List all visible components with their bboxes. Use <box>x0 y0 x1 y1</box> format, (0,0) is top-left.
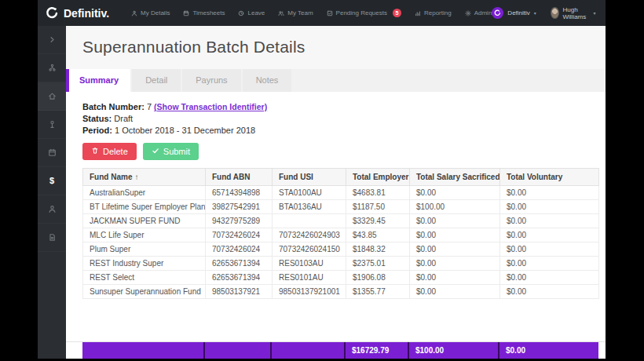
column-header-fund-name[interactable]: Fund Name↑ <box>83 169 206 186</box>
table-cell: 70732426024 <box>206 228 273 242</box>
tab-detail[interactable]: Detail <box>132 69 182 92</box>
status-line: Status: Draft <box>82 113 589 124</box>
sidebar-item-dollar[interactable]: $ <box>38 167 66 195</box>
sidebar-item-calendar[interactable] <box>38 139 66 167</box>
dollar-icon: $ <box>49 177 54 185</box>
delete-button[interactable]: Delete <box>82 143 137 160</box>
top-nav: Definitiv. My DetailsTimesheetsLeaveMy T… <box>38 0 606 26</box>
definitiv-org-icon <box>492 7 503 19</box>
totals-row: $16729.79$100.00$0.00 <box>82 342 598 359</box>
tab-notes[interactable]: Notes <box>243 69 294 92</box>
nav-item-label: Leave <box>247 9 265 16</box>
column-header-total-voluntary[interactable]: Total Voluntary <box>500 169 599 186</box>
table-cell: 98503137921001 <box>273 285 346 299</box>
person-pin-icon <box>48 120 57 129</box>
sidebar-item-person[interactable] <box>38 195 66 224</box>
calendar-icon <box>48 148 57 157</box>
table-row[interactable]: Plum Super7073242602470732426024150$1848… <box>83 242 599 257</box>
table-cell: RES0101AU <box>273 271 346 285</box>
nav-item-admin[interactable]: Admin <box>465 9 492 16</box>
table-cell: $0.00 <box>410 228 500 242</box>
batch-number-value: 7 <box>147 102 152 111</box>
nav-item-leave[interactable]: Leave <box>238 9 265 16</box>
sidebar-item-hierarchy[interactable] <box>38 54 66 82</box>
hierarchy-icon <box>48 64 57 72</box>
show-transaction-identifier-link[interactable]: (Show Transaction Identifier) <box>154 102 267 111</box>
sidebar-item-person-pin[interactable] <box>38 111 66 139</box>
page-title: Superannuation Batch Details <box>82 38 606 57</box>
column-header-fund-usi[interactable]: Fund USI <box>273 169 346 186</box>
table-cell: JACKMAN SUPER FUND <box>83 214 206 228</box>
table-cell: $0.00 <box>500 285 599 299</box>
table-cell: 70732426024903 <box>273 228 346 242</box>
sidebar-item-home[interactable] <box>38 82 66 111</box>
chevron-down-icon: ▾ <box>534 10 536 16</box>
chevron-down-icon: ▾ <box>594 10 596 16</box>
org-label: Definitiv <box>507 9 529 16</box>
table-cell: $4683.81 <box>346 186 410 200</box>
totals-cell: $0.00 <box>499 342 598 359</box>
table-cell: AustralianSuper <box>83 186 206 200</box>
check-square-icon <box>327 10 333 16</box>
table-cell: $0.00 <box>500 242 599 257</box>
table-row[interactable]: BT Lifetime Super Employer Plan398275429… <box>83 200 599 214</box>
totals-cell <box>82 342 205 359</box>
submit-label: Submit <box>163 147 190 156</box>
table-cell: 39827542991 <box>206 200 273 214</box>
table-cell: 62653671394 <box>206 257 273 271</box>
sidebar-item-document[interactable] <box>38 224 66 252</box>
table-cell: 70732426024 <box>206 242 273 257</box>
table-cell: 98503137921 <box>206 285 273 299</box>
nav-item-label: Pending Requests <box>336 9 387 16</box>
table-cell: RES0103AU <box>273 257 346 271</box>
tab-payruns[interactable]: Payruns <box>182 69 242 92</box>
table-cell: Plum Super <box>83 242 206 257</box>
nav-item-my-team[interactable]: My Team <box>278 9 313 16</box>
table-cell: $0.00 <box>500 271 599 285</box>
table-cell: BTA0136AU <box>273 200 346 214</box>
document-icon <box>48 233 57 242</box>
tab-summary[interactable]: Summary <box>66 69 132 92</box>
table-cell: $1355.77 <box>346 285 410 299</box>
check-icon <box>152 147 159 156</box>
nav-item-pending-requests[interactable]: Pending Requests5 <box>327 9 401 17</box>
submit-button[interactable]: Submit <box>143 143 199 160</box>
nav-item-my-details[interactable]: My Details <box>131 9 170 16</box>
nav-item-timesheets[interactable]: Timesheets <box>183 9 225 16</box>
brand[interactable]: Definitiv. <box>46 6 109 20</box>
main-area: Superannuation Batch Details SummaryDeta… <box>66 26 606 359</box>
nav-item-label: Admin <box>474 9 492 16</box>
nav-item-reporting[interactable]: Reporting <box>415 9 452 16</box>
totals-cell <box>272 342 346 359</box>
table-row[interactable]: AustralianSuper65714394898STA0100AU$4683… <box>83 186 599 200</box>
sidebar-item-chevron-right[interactable] <box>38 26 66 54</box>
column-header-fund-abn[interactable]: Fund ABN <box>206 169 273 186</box>
table-cell: $0.00 <box>410 257 500 271</box>
table-cell: $0.00 <box>500 228 599 242</box>
table-row[interactable]: JACKMAN SUPER FUND94327975289$3329.45$0.… <box>83 214 599 228</box>
table-row[interactable]: REST Industry Super62653671394RES0103AU$… <box>83 257 599 271</box>
totals-cell <box>205 342 272 359</box>
sidebar: $ <box>38 26 66 359</box>
column-header-total-employer[interactable]: Total Employer <box>346 169 410 186</box>
org-switcher[interactable]: Definitiv ▾ <box>492 7 536 19</box>
content: Batch Number: 7 (Show Transaction Identi… <box>66 92 606 299</box>
table-cell: 62653671394 <box>206 271 273 285</box>
table-cell: 70732426024150 <box>273 242 346 257</box>
table-cell: $3329.45 <box>346 214 410 228</box>
period-value: 1 October 2018 - 31 December 2018 <box>115 126 255 135</box>
table-cell: BT Lifetime Super Employer Plan <box>83 200 206 214</box>
user-menu[interactable]: Hugh Williams ▾ <box>551 6 596 20</box>
totals-cell: $16729.79 <box>346 342 409 359</box>
delete-label: Delete <box>103 147 128 156</box>
brand-name: Definitiv. <box>64 7 109 20</box>
clock-icon <box>238 10 244 16</box>
batch-number-label: Batch Number: <box>82 102 145 111</box>
table-row[interactable]: MLC Life Super7073242602470732426024903$… <box>83 228 599 242</box>
funds-table: Fund Name↑Fund ABNFund USITotal Employer… <box>82 168 599 299</box>
table-cell: $0.00 <box>410 242 500 257</box>
table-row[interactable]: Sunsuper Superannuation Fund985031379219… <box>83 285 599 299</box>
table-row[interactable]: REST Select62653671394RES0101AU$1906.08$… <box>83 271 599 285</box>
column-header-total-salary-sacrificed[interactable]: Total Salary Sacrificed <box>410 169 500 186</box>
table-header-row: Fund Name↑Fund ABNFund USITotal Employer… <box>83 169 599 186</box>
